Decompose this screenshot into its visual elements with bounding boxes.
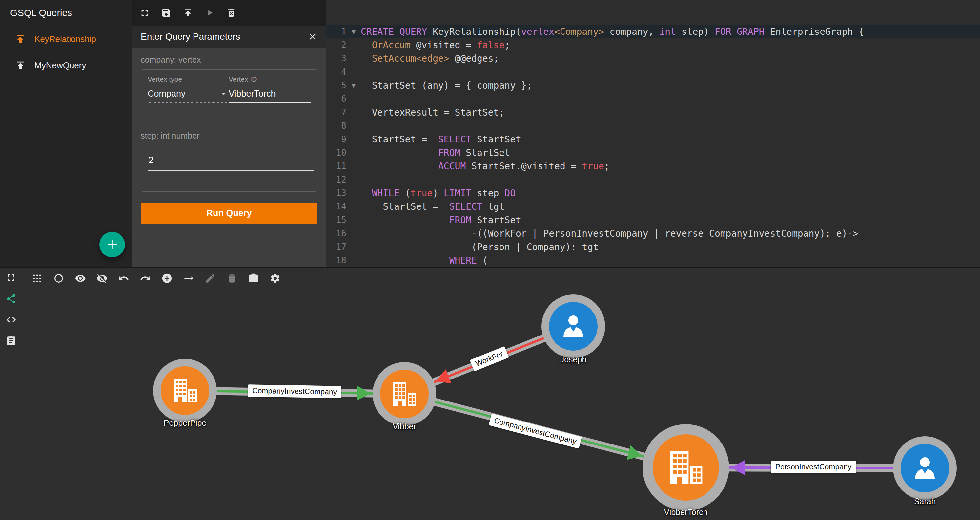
code-line-18[interactable]: 18 WHERE (	[326, 254, 980, 267]
query-name: MyNewQuery	[35, 61, 86, 70]
step-param-box	[141, 145, 318, 192]
code-line-2[interactable]: 2 OrAccum @visited = false;	[326, 38, 980, 52]
graph-view-button[interactable]	[6, 293, 17, 304]
edge-line[interactable]	[404, 394, 686, 467]
edge-arrow-icon	[357, 386, 371, 401]
graph-node-pepperpipe[interactable]	[153, 359, 217, 423]
graph-node-vibber[interactable]	[372, 362, 436, 426]
edit-button[interactable]	[205, 273, 216, 284]
graph-canvas[interactable]	[0, 268, 980, 520]
code-text: WHERE (	[361, 254, 488, 267]
install-query-button[interactable]	[183, 8, 193, 18]
fold-caret-icon[interactable]: ▼	[346, 25, 361, 38]
close-params-button[interactable]	[308, 32, 318, 42]
graph-node-vibbertorch[interactable]	[643, 424, 729, 511]
code-line-15[interactable]: 15 FROM StartSet	[326, 214, 980, 227]
company-param-box: Vertex type Company Vertex ID	[141, 69, 318, 118]
hide-button[interactable]	[96, 273, 108, 284]
code-lines: 1▼CREATE QUERY KeyRelationship(vertex<Co…	[326, 25, 980, 267]
fold-gutter	[346, 200, 361, 214]
code-line-17[interactable]: 17 (Person | Company): tgt	[326, 240, 980, 254]
code-text: SetAccum<edge> @@edges;	[361, 52, 499, 65]
code-line-6[interactable]: 6	[326, 92, 980, 106]
code-text: FROM StartSet	[361, 146, 510, 160]
code-line-8[interactable]: 8	[326, 119, 980, 132]
undo-button[interactable]	[118, 273, 129, 284]
line-number: 10	[326, 146, 346, 160]
result-list-button[interactable]	[6, 335, 17, 346]
code-line-10[interactable]: 10 FROM StartSet	[326, 146, 980, 160]
query-toolbar	[132, 0, 326, 26]
code-line-13[interactable]: 13 WHILE (true) LIMIT step DO	[326, 187, 980, 200]
circle-layout-button[interactable]	[53, 273, 64, 284]
show-button[interactable]	[75, 273, 86, 284]
code-line-1[interactable]: 1▼CREATE QUERY KeyRelationship(vertex<Co…	[326, 25, 980, 38]
code-line-9[interactable]: 9 StartSet = SELECT StartSet	[326, 132, 980, 146]
code-text: VertexResult = StartSet;	[361, 106, 504, 119]
eye-off-icon	[96, 273, 108, 284]
save-query-button[interactable]	[161, 8, 172, 18]
line-number: 8	[326, 119, 346, 132]
line-number: 4	[326, 65, 346, 79]
line-number: 12	[326, 173, 346, 187]
fullscreen-button[interactable]	[139, 8, 150, 18]
code-line-16[interactable]: 16 -((WorkFor | PersonInvestCompany | re…	[326, 227, 980, 240]
code-icon	[6, 314, 17, 325]
code-line-12[interactable]: 12	[326, 173, 980, 187]
circle-layout-icon	[53, 273, 64, 284]
line-number: 14	[326, 200, 346, 214]
add-edge-button[interactable]	[183, 273, 194, 284]
graph-side-rail	[0, 272, 22, 346]
code-text: WHILE (true) LIMIT step DO	[361, 187, 515, 200]
sidebar-item-keyrelationship[interactable]: KeyRelationship	[0, 26, 132, 52]
code-line-7[interactable]: 7 VertexResult = StartSet;	[326, 106, 980, 119]
graph-toolbar	[32, 273, 281, 284]
sidebar-item-mynewquery[interactable]: MyNewQuery	[0, 52, 132, 78]
fold-gutter	[346, 227, 361, 240]
screenshot-button[interactable]	[248, 273, 259, 284]
graph-node-joseph[interactable]	[541, 295, 605, 358]
vertex-type-label: Vertex type	[148, 75, 229, 83]
code-view-button[interactable]	[6, 314, 17, 325]
code-text: FROM StartSet	[361, 214, 521, 227]
add-node-button[interactable]	[161, 273, 172, 284]
close-icon	[308, 32, 318, 42]
code-text: StartSet (any) = { company };	[361, 79, 532, 92]
code-line-4[interactable]: 4	[326, 65, 980, 79]
vertex-type-select[interactable]: Company	[148, 89, 228, 103]
line-number: 6	[326, 92, 346, 106]
redo-button[interactable]	[140, 273, 151, 284]
delete-forever-icon	[226, 8, 237, 18]
eye-icon	[75, 273, 86, 284]
graph-fullscreen-button[interactable]	[6, 272, 17, 283]
add-query-button[interactable]	[99, 232, 125, 257]
fold-gutter	[346, 240, 361, 254]
code-line-14[interactable]: 14 StartSet = SELECT tgt	[326, 200, 980, 214]
query-name: KeyRelationship	[35, 34, 96, 44]
code-line-11[interactable]: 11 ACCUM StartSet.@visited = true;	[326, 160, 980, 173]
graph-node-sarah[interactable]	[893, 436, 957, 500]
code-line-5[interactable]: 5▼ StartSet (any) = { company };	[326, 79, 980, 92]
fold-caret-icon[interactable]: ▼	[346, 79, 361, 92]
fold-gutter	[346, 52, 361, 65]
line-number: 18	[326, 254, 346, 267]
arrow-right-icon	[183, 273, 194, 284]
camera-icon	[248, 273, 259, 284]
run-query-button[interactable]: Run Query	[141, 203, 318, 223]
grid-icon	[32, 273, 43, 284]
line-number: 16	[326, 227, 346, 240]
delete-element-button[interactable]	[226, 273, 237, 284]
code-line-3[interactable]: 3 SetAccum<edge> @@edges;	[326, 52, 980, 65]
settings-button[interactable]	[270, 273, 281, 284]
vertex-id-input[interactable]	[229, 89, 310, 103]
fold-gutter	[346, 119, 361, 132]
grid-layout-button[interactable]	[32, 273, 43, 284]
code-text: ACCUM StartSet.@visited = true;	[361, 160, 610, 173]
run-query-toolbar-button[interactable]	[204, 8, 215, 18]
step-input[interactable]	[148, 155, 314, 171]
trash-icon	[226, 273, 237, 284]
code-editor[interactable]: 1▼CREATE QUERY KeyRelationship(vertex<Co…	[326, 0, 980, 267]
delete-query-button[interactable]	[226, 8, 237, 18]
code-text: StartSet = SELECT StartSet	[361, 132, 521, 146]
fold-gutter	[346, 160, 361, 173]
